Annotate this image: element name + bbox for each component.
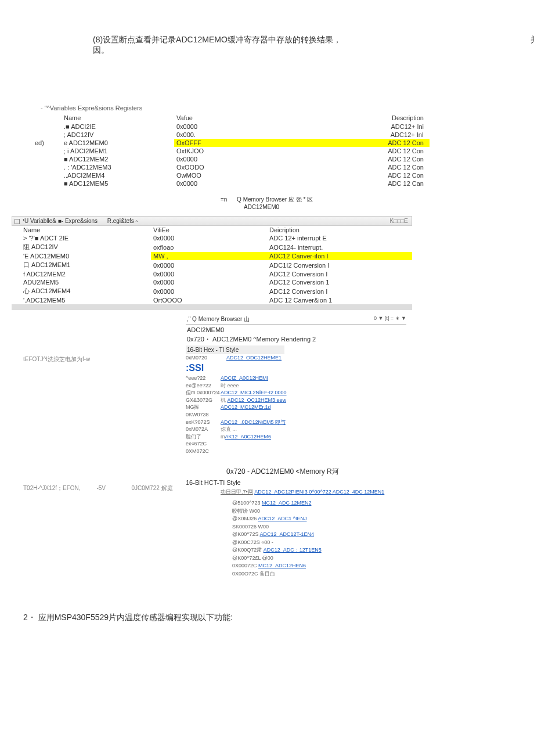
row-value: 0x0000 xyxy=(174,179,308,188)
table-row[interactable]: f ADC12MEM20x0000ADC12 Conversion I xyxy=(12,270,412,278)
mem-pre: @K00C72S «00 - xyxy=(232,539,273,545)
mem-browser-input-1[interactable]: ADC12MEM0 xyxy=(244,204,522,210)
row-value: 0x0000 xyxy=(151,286,267,296)
mem-row: GX&3072G机 ADC12_OC12HEM3 eew xyxy=(186,397,406,404)
mem-link[interactable]: ADC12_ADC1 ^IENJ xyxy=(258,516,306,521)
mem-row: @K00C72S «00 - xyxy=(232,539,430,547)
row-value: 0x0000 xyxy=(151,278,267,286)
note-left-2: -5V xyxy=(96,485,106,491)
mb2-title: 0x720 - ADC12MEM0 <Memory R河 xyxy=(226,467,430,477)
row-desc: ADC 12 Con xyxy=(308,139,430,147)
mem-pre: @K00Q72肃 xyxy=(232,547,264,553)
mem-link[interactable]: ADC12_.0DC12NiEM5 即与 xyxy=(221,419,286,425)
table-row[interactable]: ; i ADCI2MEM1OxtKJOOADC 12 Con xyxy=(23,147,430,155)
heading-para: (8)设置断点查看并记录ADC12MEMO缓冲寄存器中存放的转换结果， 并说明原… xyxy=(93,35,453,56)
row-desc: ADC1I2 Conversion I xyxy=(267,260,412,270)
horizontal-scrollbar[interactable] xyxy=(12,304,412,310)
memory-browser-panel-1: ," Q Memory Browser 山 0 ▼ [t] = ∗ ▼ ADCI… xyxy=(186,315,406,455)
table-row[interactable]: ADU2MEM50x0000ADC12 Conversion 1 xyxy=(12,278,412,286)
row-value: oxfloao xyxy=(151,242,267,252)
mem-text: 机 xyxy=(221,397,228,403)
mem-link[interactable]: AK12_A0C12HEM6 xyxy=(225,434,272,440)
table-row[interactable]: 'E ADC12MEM0MW ,ADC12 Canver-iIon I xyxy=(12,252,412,260)
table-row[interactable]: > '?'■ ADCT 2IE0x0000ADC 12+ interrupt E xyxy=(12,234,412,242)
checkbox-icon[interactable] xyxy=(15,219,20,224)
row-name: > '?'■ ADCT 2IE xyxy=(12,234,151,242)
table-row[interactable]: .■ ADCI2IE0x0000ADC12+ Ini xyxy=(23,123,430,131)
col2-value: ViliEe xyxy=(151,226,267,234)
mb2-firstline-b[interactable]: ADC12_ADC12PIENI3 0^00^722 ADC12_4DC 12M… xyxy=(254,489,384,495)
mem-addr: 但m 0x000724 xyxy=(186,389,221,397)
table-row[interactable]: 口 ADC12MEM10x0000ADC1I2 Conversion I xyxy=(12,260,412,270)
mb1-format[interactable]: 16-Bit Hex - TI Style xyxy=(186,345,284,354)
row-name: ■ ADC12MEM2 xyxy=(23,155,174,163)
mem-addr: ^eee?22 xyxy=(186,375,221,382)
mem-text: 时 eeee xyxy=(221,383,239,388)
table-row[interactable]: ■ ADC12MEM50x0000ADC 12 Can xyxy=(23,179,430,188)
mem-link[interactable]: ADC12_MICL2NiEF-I2 0000 xyxy=(221,390,287,395)
mem-addr: 0xM0720 xyxy=(186,354,221,362)
mem-row: ^eee?22ADCIZ_A0C12HEMI xyxy=(186,375,406,382)
row-value: 0x0000 xyxy=(151,234,267,242)
row-desc: ADC 12 Con xyxy=(308,163,430,171)
mem-link[interactable]: ADC12_ADC12T-1EN4 xyxy=(259,531,314,537)
tab-title-1: - "^Variables Expre&sions Registers xyxy=(41,105,522,111)
para-line1: (8)设置断点查看并记录ADC12MEMO缓冲寄存器中存放的转换结果， xyxy=(93,35,341,44)
table-row[interactable]: 阻 ADC12IVoxfloaoAOC124- interrupt. xyxy=(12,242,412,252)
mem-row: 咬帽谤 W00 xyxy=(232,507,430,516)
mb2-format[interactable]: 16-Bit HCT-TI Style xyxy=(186,479,430,486)
mem-link[interactable]: MC12_ADC12HEN6 xyxy=(258,563,306,568)
row-name: .■ ADCI2IE xyxy=(23,123,174,131)
mem-row: ex@ee?22时 eeee xyxy=(186,382,406,390)
ssi-label: :SSI xyxy=(186,363,204,373)
mem-row: 0X00072C MC12_ADC12HEN6 xyxy=(232,562,430,570)
mem-link[interactable]: MC12_ADC 12MEN2 xyxy=(262,500,312,506)
row-value: 0x0000 xyxy=(151,260,267,270)
table-row[interactable]: ; ADC12IV0x000.ADC12+ InI xyxy=(23,131,430,139)
mem-row: @X0MJ26 ADC12_ADC1 ^IENJ xyxy=(232,515,430,523)
row-desc: ADC 12 Canver&ion 1 xyxy=(267,296,412,304)
mem-pre: SK000726 W00 xyxy=(232,524,269,530)
mem-pre: 0X00O72C 备目白 xyxy=(232,571,275,577)
mem-pre: @X0MJ26 xyxy=(232,516,258,521)
mb1-input[interactable]: ADCI2MEM0 xyxy=(187,326,406,333)
mem-pre: 0X00072C xyxy=(232,563,258,568)
row-desc: ADC12 Canver-iIon I xyxy=(267,252,412,260)
question-2: 2・ 应用MSP430F5529片内温度传感器编程实现以下功能: xyxy=(23,613,522,623)
table-row[interactable]: '.ADC12MEM5OrtOOOOADC 12 Canver&ion 1 xyxy=(12,296,412,304)
table-row[interactable]: 心 ADC12MEM40x0000ADC12 Conversion I xyxy=(12,286,412,296)
mem-addr: MG挥 xyxy=(186,404,221,411)
table-row[interactable]: . : 'ADC12MEM3OxOODOADC 12 Con xyxy=(23,163,430,171)
mem-link[interactable]: ADC12_ODC12HEME1 xyxy=(226,355,282,361)
mb1-tools[interactable]: 0 ▼ [t] = ∗ ▼ xyxy=(374,315,406,321)
row-desc: ADC 12+ interrupt E xyxy=(267,234,412,242)
table-row[interactable]: ed)e ADC12MEM0OxOFFFADC 12 Con xyxy=(23,139,430,147)
row-desc: ADC12 Conversion 1 xyxy=(267,278,412,286)
mem-row: ex«672C xyxy=(186,440,406,448)
table-row[interactable]: ■ ADC12MEM20x0000ADC 12 Con xyxy=(23,155,430,163)
row-name: 阻 ADC12IV xyxy=(12,242,151,252)
mem-link[interactable]: ADC12_ADC：12T1EN5 xyxy=(264,547,322,553)
mem-text: m xyxy=(221,434,225,440)
mem-row: 0XM072C xyxy=(186,448,406,455)
mem-row: 0X00O72C 备目白 xyxy=(232,570,430,578)
row-value: 0x0000 xyxy=(174,123,308,131)
tab-variables[interactable]: ¹U Variablle& ■- Expre&sions xyxy=(23,218,98,224)
tab-registers[interactable]: R.egi&tefs xyxy=(107,218,134,224)
para-line2: 因。 xyxy=(93,45,453,56)
mem-addr: ex@ee?22 xyxy=(186,382,221,390)
registers-table-2: Name ViliEe Deicription > '?'■ ADCT 2IE0… xyxy=(12,226,412,304)
mem-row: 但m 0x000724ADC12_MICL2NiEF-I2 0000 xyxy=(186,389,406,397)
mem-link[interactable]: ADCIZ_A0C12HEMI xyxy=(221,375,268,381)
tab-right-tools[interactable]: K□□□E xyxy=(390,218,408,224)
row-desc: ADC12+ InI xyxy=(308,131,430,139)
mem-link[interactable]: ADC12_MC12MEr.1d xyxy=(221,404,271,410)
para-right: 并说明原 xyxy=(531,35,534,45)
table-row[interactable]: ..ADCI2MEM4OwMOOADC 12 Con xyxy=(23,171,430,179)
mem-link[interactable]: ADC12_OC12HEM3 eew xyxy=(228,397,287,403)
row-desc: ADC12 Conversion I xyxy=(267,286,412,296)
mb1-title: ," Q Memory Browser 山 xyxy=(187,316,250,322)
mem-row: @K00Q72肃 ADC12_ADC：12T1EN5 xyxy=(232,546,430,555)
mem-row: @K00^72£L @00 xyxy=(232,555,430,563)
mem-row: 脸们了mAK12_A0C12HEM6 xyxy=(186,433,406,441)
